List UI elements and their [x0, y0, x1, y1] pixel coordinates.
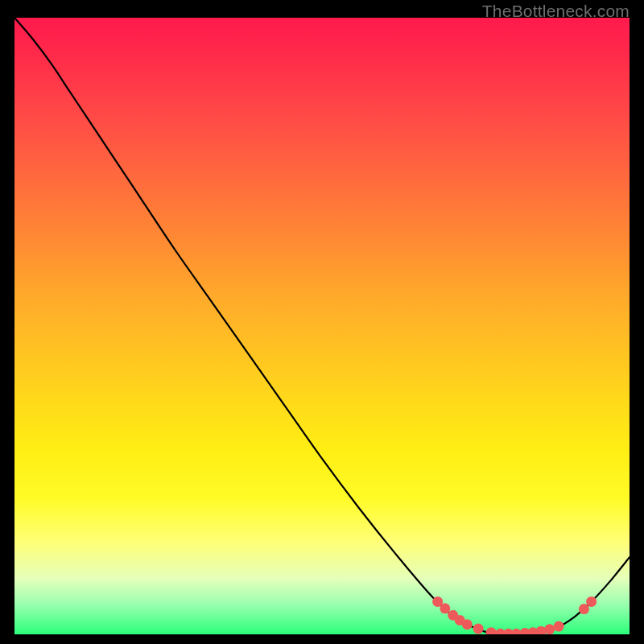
curve-marker: [586, 597, 597, 607]
curve-marker: [544, 624, 555, 634]
chart-svg: [14, 18, 630, 634]
curve-marker: [473, 624, 484, 634]
curve-marker: [462, 619, 473, 630]
curve-marker: [440, 603, 450, 613]
curve-marker: [579, 604, 589, 614]
chart-frame: [14, 18, 630, 634]
curve-marker: [486, 627, 497, 634]
curve-markers: [432, 597, 597, 634]
curve-marker: [554, 621, 564, 632]
bottleneck-curve-line: [14, 18, 630, 634]
